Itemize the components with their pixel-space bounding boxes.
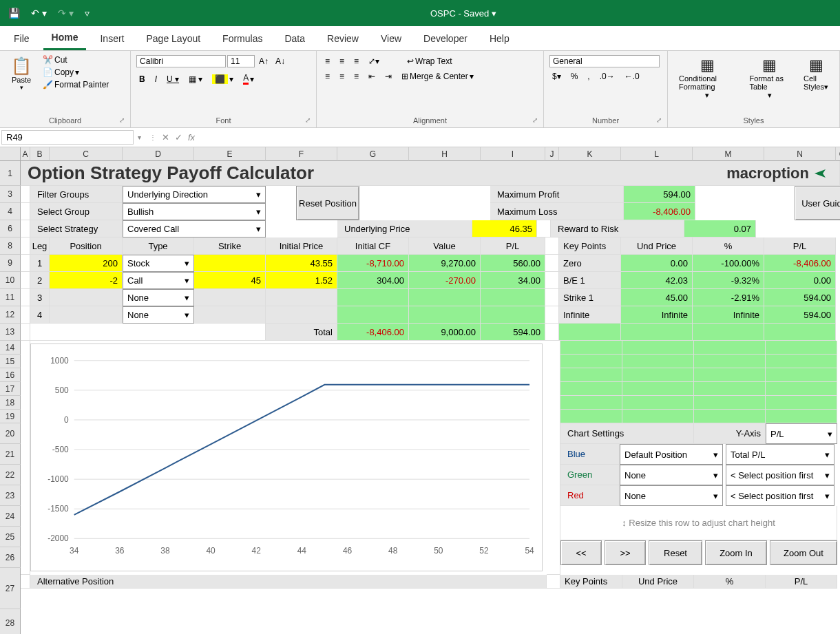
col-hdr-g[interactable]: G [337, 147, 409, 161]
indent-right-button[interactable]: ⇥ [382, 70, 395, 83]
select-group-select[interactable]: Bullish▾ [123, 203, 266, 220]
col-hdr-e[interactable]: E [194, 147, 266, 161]
col-hdr-b[interactable]: B [30, 147, 50, 161]
qat-customize-icon[interactable]: ▿ [82, 6, 92, 20]
zoom-out-button[interactable]: Zoom Out [770, 540, 837, 565]
col-hdr-n[interactable]: N [764, 147, 836, 161]
undo-icon[interactable]: ↶ ▾ [28, 6, 50, 20]
font-color-button[interactable]: A ▾ [240, 72, 257, 86]
dec-decimal-button[interactable]: ←.0 [622, 70, 642, 83]
align-top-button[interactable]: ≡ [322, 55, 333, 67]
col-hdr-d[interactable]: D [123, 147, 194, 161]
menu-home[interactable]: Home [43, 26, 87, 50]
reset-position-button[interactable]: Reset Position [296, 186, 359, 220]
menu-developer[interactable]: Developer [415, 28, 476, 50]
number-format-select[interactable] [549, 55, 660, 67]
row-hdr[interactable]: 3 [0, 186, 21, 203]
col-hdr-h[interactable]: H [409, 147, 481, 161]
leg-price[interactable]: 43.55 [266, 255, 337, 272]
font-size-select[interactable] [227, 55, 255, 67]
filter-groups-select[interactable]: Underlying Direction▾ [123, 186, 266, 203]
leg-strike[interactable] [194, 289, 266, 306]
fx-icon[interactable]: fx [188, 132, 195, 142]
row-hdr[interactable]: 25 [0, 527, 21, 547]
align-center-button[interactable]: ≡ [337, 70, 347, 83]
expand-icon[interactable]: ⤢ [532, 116, 538, 124]
row-hdr[interactable]: 20 [0, 423, 21, 444]
leg-position[interactable] [50, 306, 123, 324]
col-hdr-i[interactable]: I [481, 147, 545, 161]
leg-strike[interactable] [194, 306, 266, 324]
align-bottom-button[interactable]: ≡ [351, 55, 361, 67]
leg-type-select[interactable]: Stock▾ [123, 255, 194, 272]
menu-review[interactable]: Review [319, 28, 367, 50]
select-all-corner[interactable] [0, 147, 21, 161]
leg-price[interactable] [266, 289, 337, 306]
orientation-button[interactable]: ⤢▾ [366, 55, 382, 67]
row-hdr[interactable]: 9 [0, 255, 21, 272]
chart-reset-button[interactable]: Reset [649, 540, 702, 565]
zoom-in-button[interactable]: Zoom In [705, 540, 767, 565]
blue-metric-select[interactable]: Total P/L▾ [726, 444, 834, 465]
row-hdr[interactable]: 16 [0, 368, 21, 382]
row-hdr[interactable]: 23 [0, 485, 21, 506]
green-position-select[interactable]: None▾ [620, 465, 723, 485]
row-hdr[interactable]: 22 [0, 465, 21, 485]
namebox-dropdown-icon[interactable]: ▾ [135, 134, 144, 141]
shrink-font-button[interactable]: A↓ [273, 55, 288, 67]
row-hdr[interactable]: 15 [0, 355, 21, 368]
indent-left-button[interactable]: ⇤ [366, 70, 378, 83]
row-hdr[interactable]: 6 [0, 220, 21, 237]
chart-next-button[interactable]: >> [605, 540, 646, 565]
font-name-select[interactable] [136, 55, 226, 67]
col-hdr-m[interactable]: M [693, 147, 764, 161]
row-hdr[interactable]: 10 [0, 272, 21, 289]
wrap-text-button[interactable]: ↩ Wrap Text [404, 55, 455, 67]
save-icon[interactable]: 💾 [6, 6, 23, 20]
row-hdr[interactable]: 24 [0, 506, 21, 527]
leg-type-select[interactable]: Call▾ [123, 272, 194, 289]
menu-view[interactable]: View [372, 28, 410, 50]
row-hdr[interactable]: 17 [0, 382, 21, 396]
cond-format-button[interactable]: ▦Conditional Formatting▾ [673, 54, 741, 103]
menu-help[interactable]: Help [481, 28, 518, 50]
paste-button[interactable]: 📋 Paste▾ [6, 54, 37, 94]
row-hdr[interactable]: 18 [0, 396, 21, 410]
row-hdr[interactable]: 1 [0, 161, 21, 186]
col-hdr-o[interactable]: O [836, 147, 840, 161]
red-position-select[interactable]: None▾ [620, 485, 723, 506]
format-table-button[interactable]: ▦Format as Table▾ [744, 54, 795, 103]
row-hdr[interactable]: 21 [0, 444, 21, 465]
expand-icon[interactable]: ⤢ [119, 116, 125, 124]
und-price-value[interactable]: 46.35 [472, 220, 537, 237]
name-box[interactable] [1, 130, 134, 145]
col-hdr-f[interactable]: F [266, 147, 337, 161]
chart-prev-button[interactable]: << [560, 540, 602, 565]
comma-button[interactable]: , [585, 70, 592, 83]
inc-decimal-button[interactable]: .0→ [597, 70, 618, 83]
expand-icon[interactable]: ⤢ [656, 116, 662, 124]
align-right-button[interactable]: ≡ [351, 70, 361, 83]
format-painter-button[interactable]: 🖌️Format Painter [40, 78, 112, 91]
row-hdr[interactable]: 28 [0, 609, 21, 634]
underline-button[interactable]: U ▾ [164, 73, 182, 85]
cell-styles-button[interactable]: ▦CellStyles▾ [798, 54, 834, 94]
col-hdr-a[interactable]: A [21, 147, 30, 161]
cut-button[interactable]: ✂️Cut [40, 54, 112, 66]
col-hdr-j[interactable]: J [545, 147, 559, 161]
user-guide-button[interactable]: User Guide [795, 186, 840, 220]
leg-position[interactable]: 200 [50, 255, 123, 272]
menu-insert[interactable]: Insert [92, 28, 132, 50]
red-metric-select[interactable]: < Select position first▾ [726, 485, 834, 506]
col-hdr-l[interactable]: L [621, 147, 693, 161]
menu-file[interactable]: File [6, 28, 38, 50]
align-left-button[interactable]: ≡ [322, 70, 333, 83]
leg-price[interactable] [266, 306, 337, 324]
bold-button[interactable]: B [136, 73, 148, 85]
redo-icon[interactable]: ↷ ▾ [55, 6, 76, 20]
col-hdr-c[interactable]: C [50, 147, 123, 161]
leg-strike[interactable] [194, 255, 266, 272]
grow-font-button[interactable]: A↑ [256, 55, 271, 67]
border-button[interactable]: ▦ ▾ [186, 73, 205, 85]
leg-position[interactable]: -2 [50, 272, 123, 289]
